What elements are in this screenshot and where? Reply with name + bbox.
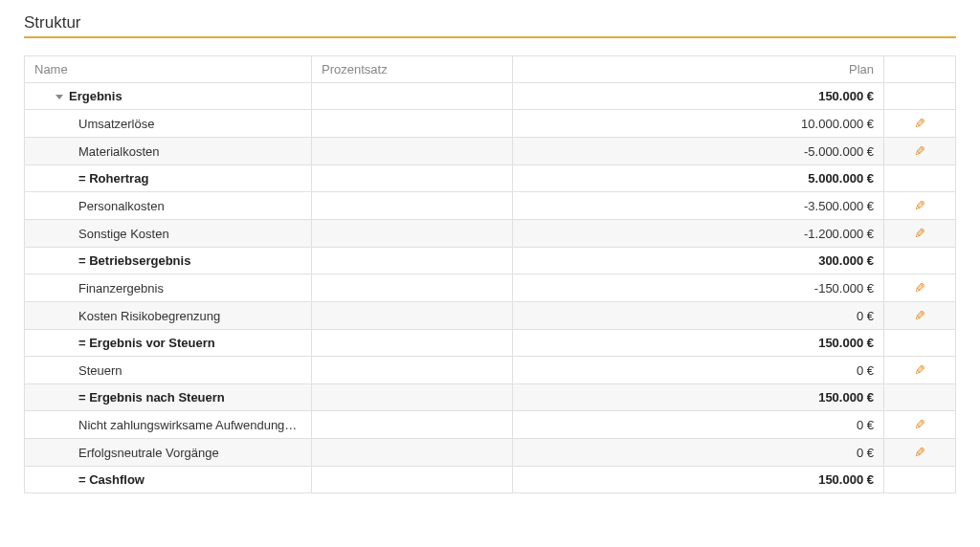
row-action-cell: ✎ <box>884 138 956 165</box>
row-pct-cell <box>312 274 513 302</box>
row-name-cell[interactable]: Nicht zahlungswirksame Aufwendungen/Ertr… <box>25 411 312 439</box>
row-name-cell[interactable]: Sonstige Kosten <box>25 220 312 248</box>
row-pct-cell <box>312 411 513 439</box>
row-pct-cell <box>312 138 513 165</box>
row-label: = Ergebnis nach Steuern <box>78 390 225 405</box>
row-label: = Rohertrag <box>78 171 148 186</box>
title-divider <box>24 36 956 38</box>
row-plan-cell: -150.000 € <box>513 274 884 302</box>
row-pct-cell <box>312 439 513 467</box>
row-plan-cell: 300.000 € <box>513 248 884 274</box>
row-label: Umsatzerlöse <box>78 117 154 131</box>
col-header-plan[interactable]: Plan <box>513 56 884 83</box>
row-pct-cell <box>312 220 513 248</box>
structure-table: Name Prozentsatz Plan Ergebnis150.000 €U… <box>24 55 956 493</box>
row-name-cell[interactable]: Finanzergebnis <box>25 274 312 302</box>
row-action-cell <box>884 384 956 411</box>
row-pct-cell <box>312 192 513 220</box>
row-plan-cell: 5.000.000 € <box>513 165 884 192</box>
edit-icon[interactable]: ✎ <box>914 198 925 213</box>
table-row[interactable]: Umsatzerlöse10.000.000 €✎ <box>25 110 956 138</box>
row-plan-cell: 0 € <box>513 439 884 467</box>
table-row[interactable]: Steuern0 €✎ <box>25 357 956 384</box>
expand-caret-icon[interactable] <box>56 95 63 99</box>
row-pct-cell <box>312 165 513 192</box>
row-action-cell <box>884 83 956 110</box>
row-name-cell[interactable]: = Rohertrag <box>25 165 312 192</box>
row-plan-cell: 0 € <box>513 411 884 439</box>
row-name-cell[interactable]: Umsatzerlöse <box>25 110 312 138</box>
col-header-pct[interactable]: Prozentsatz <box>312 56 513 83</box>
row-action-cell <box>884 165 956 192</box>
table-row[interactable]: = Ergebnis nach Steuern150.000 € <box>25 384 956 411</box>
row-plan-cell: 150.000 € <box>513 467 884 493</box>
row-plan-cell: -3.500.000 € <box>513 192 884 220</box>
row-action-cell: ✎ <box>884 274 956 302</box>
table-row[interactable]: = Betriebsergebnis300.000 € <box>25 248 956 274</box>
row-plan-cell: 0 € <box>513 357 884 384</box>
edit-icon[interactable]: ✎ <box>914 116 925 131</box>
row-plan-cell: -1.200.000 € <box>513 220 884 248</box>
table-row[interactable]: = Rohertrag5.000.000 € <box>25 165 956 192</box>
edit-icon[interactable]: ✎ <box>914 445 925 460</box>
row-label: = Cashflow <box>78 472 145 487</box>
row-pct-cell <box>312 83 513 110</box>
table-row[interactable]: Personalkosten-3.500.000 €✎ <box>25 192 956 220</box>
col-header-actions <box>884 56 956 83</box>
row-action-cell: ✎ <box>884 439 956 467</box>
row-action-cell <box>884 248 956 274</box>
table-row[interactable]: Nicht zahlungswirksame Aufwendungen/Ertr… <box>25 411 956 439</box>
row-plan-cell: 150.000 € <box>513 330 884 357</box>
table-row[interactable]: Erfolgsneutrale Vorgänge0 €✎ <box>25 439 956 467</box>
row-pct-cell <box>312 330 513 357</box>
row-label: = Ergebnis vor Steuern <box>78 336 215 350</box>
row-pct-cell <box>312 384 513 411</box>
table-row[interactable]: = Ergebnis vor Steuern150.000 € <box>25 330 956 357</box>
edit-icon[interactable]: ✎ <box>914 226 925 241</box>
row-plan-cell: 0 € <box>513 302 884 330</box>
section-title: Struktur <box>24 13 956 33</box>
col-header-name[interactable]: Name <box>25 56 312 83</box>
row-action-cell: ✎ <box>884 220 956 248</box>
row-name-cell[interactable]: Materialkosten <box>25 138 312 165</box>
row-name-cell[interactable]: Kosten Risikobegrenzung <box>25 302 312 330</box>
table-header-row: Name Prozentsatz Plan <box>25 56 956 83</box>
row-plan-cell: -5.000.000 € <box>513 138 884 165</box>
row-name-cell[interactable]: Erfolgsneutrale Vorgänge <box>25 439 312 467</box>
table-row[interactable]: = Cashflow150.000 € <box>25 467 956 493</box>
row-pct-cell <box>312 467 513 493</box>
row-label: Sonstige Kosten <box>78 227 169 241</box>
row-label: Steuern <box>78 363 122 378</box>
table-row[interactable]: Finanzergebnis-150.000 €✎ <box>25 274 956 302</box>
row-label: Kosten Risikobegrenzung <box>78 309 220 323</box>
row-label: Erfolgsneutrale Vorgänge <box>78 446 219 460</box>
row-plan-cell: 150.000 € <box>513 83 884 110</box>
edit-icon[interactable]: ✎ <box>914 143 925 159</box>
edit-icon[interactable]: ✎ <box>914 417 925 432</box>
row-action-cell: ✎ <box>884 110 956 138</box>
row-name-cell[interactable]: Steuern <box>25 357 312 384</box>
edit-icon[interactable]: ✎ <box>914 280 925 295</box>
table-row[interactable]: Sonstige Kosten-1.200.000 €✎ <box>25 220 956 248</box>
table-row[interactable]: Kosten Risikobegrenzung0 €✎ <box>25 302 956 330</box>
row-name-cell[interactable]: = Ergebnis nach Steuern <box>25 384 312 411</box>
row-plan-cell: 150.000 € <box>513 384 884 411</box>
row-action-cell: ✎ <box>884 192 956 220</box>
row-name-cell[interactable]: Personalkosten <box>25 192 312 220</box>
row-name-cell[interactable]: = Cashflow <box>25 467 312 493</box>
row-pct-cell <box>312 357 513 384</box>
row-action-cell: ✎ <box>884 357 956 384</box>
row-action-cell <box>884 467 956 493</box>
row-label: = Betriebsergebnis <box>78 253 190 268</box>
row-label: Ergebnis <box>69 89 122 103</box>
row-name-cell[interactable]: = Ergebnis vor Steuern <box>25 330 312 357</box>
row-plan-cell: 10.000.000 € <box>513 110 884 138</box>
table-row[interactable]: Ergebnis150.000 € <box>25 83 956 110</box>
row-name-cell[interactable]: = Betriebsergebnis <box>25 248 312 274</box>
table-row[interactable]: Materialkosten-5.000.000 €✎ <box>25 138 956 165</box>
edit-icon[interactable]: ✎ <box>914 308 925 323</box>
edit-icon[interactable]: ✎ <box>914 362 925 378</box>
row-pct-cell <box>312 248 513 274</box>
row-name-cell[interactable]: Ergebnis <box>25 83 312 110</box>
row-pct-cell <box>312 110 513 138</box>
